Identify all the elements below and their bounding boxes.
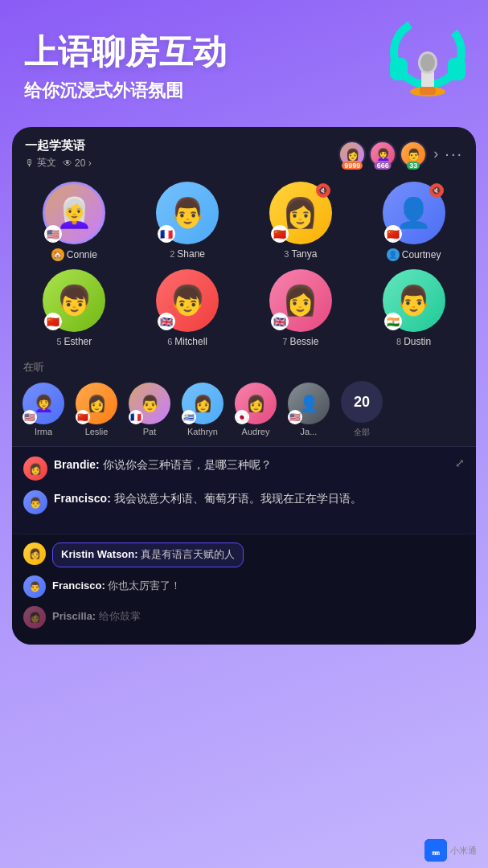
room-info: 一起学英语 🎙 英文 👁 20 › xyxy=(25,138,338,170)
kristin-avatar: 👩 xyxy=(23,542,46,565)
expand-avatars-button[interactable]: › xyxy=(433,145,438,162)
header-area: 上语聊房互动 给你沉浸式外语氛围 xyxy=(0,0,488,119)
flag-uy-kathryn: 🇺🇾 xyxy=(182,410,196,424)
svg-text:㎜: ㎜ xyxy=(432,848,440,857)
brandie-text: 你说你会三种语言，是哪三种呢？ xyxy=(103,458,272,471)
header-avatar-2: 👩‍🦱 666 xyxy=(369,141,396,168)
speakers-grid: 👩‍🦳 🇺🇸 🏠 Connie 👨 🇫🇷 2 Shane 👩 xyxy=(12,178,476,355)
main-card: 一起学英语 🎙 英文 👁 20 › 👩 9999 � xyxy=(12,127,476,644)
listener-kathryn[interactable]: 👩 🇺🇾 Kathryn xyxy=(179,383,226,436)
more-listeners[interactable]: 20 全部 xyxy=(338,381,385,438)
francisco-avatar: 👨 xyxy=(23,490,47,514)
listener-irma[interactable]: 👩‍🦱 🇺🇸 Irma xyxy=(20,383,67,436)
lower-msg-priscilla: 👩 Priscilla: 给你鼓掌 xyxy=(23,606,465,628)
room-name: 一起学英语 xyxy=(25,138,338,154)
priscilla-avatar: 👩 xyxy=(23,606,46,628)
illustration xyxy=(375,8,480,113)
francisco2-msg: Francisco: 你也太厉害了！ xyxy=(52,575,181,593)
room-viewers[interactable]: 👁 20 › xyxy=(63,158,92,169)
speaker-tanya[interactable]: 👩 🇨🇳 🔇 3 Tanya xyxy=(248,182,354,261)
speaker-courtney[interactable]: 👤 🇨🇳 🔇 👤 Courtney xyxy=(361,182,466,261)
flag-us-irma: 🇺🇸 xyxy=(23,410,37,424)
listener-ja[interactable]: 👤 🇺🇸 Ja... xyxy=(285,383,332,436)
person-icon: 👤 xyxy=(387,248,400,261)
room-language: 🎙 英文 xyxy=(25,156,56,170)
brand-name: 小米通 xyxy=(450,845,477,857)
speaker-shane[interactable]: 👨 🇫🇷 2 Shane xyxy=(135,182,240,261)
speaker-dustin[interactable]: 👨 🇮🇳 8 Dustin xyxy=(361,269,466,347)
svg-rect-1 xyxy=(390,58,408,80)
more-options-button[interactable]: ··· xyxy=(445,145,463,163)
chat-msg-francisco: 👨 Francisco: 我会说意大利语、葡萄牙语。我现在正在学日语。 xyxy=(23,490,465,514)
room-meta: 🎙 英文 👁 20 › xyxy=(25,156,338,170)
kristin-msg: Kristin Watson: 真是有语言天赋的人 xyxy=(52,542,244,567)
listener-pat[interactable]: 👨 🇫🇷 Pat xyxy=(126,383,173,436)
speaker-connie[interactable]: 👩‍🦳 🇺🇸 🏠 Connie xyxy=(22,182,127,261)
flag-jp-audrey: 🇯🇵 xyxy=(235,410,249,424)
listeners-row: 👩‍🦱 🇺🇸 Irma 👩 🇨🇳 Leslie 👨 🇫🇷 Pat 👩 🇺🇾 xyxy=(12,378,476,446)
header-avatar-1: 👩 9999 xyxy=(338,141,366,168)
speaker-esther[interactable]: 👦 🇨🇳 5 Esther xyxy=(22,269,127,347)
header-avatar-3: 👨 33 xyxy=(400,141,427,168)
lower-msg-kristin: 👩 Kristin Watson: 真是有语言天赋的人 xyxy=(23,542,465,567)
flag-fr-pat: 🇫🇷 xyxy=(129,410,143,424)
flag-in: 🇮🇳 xyxy=(384,313,402,330)
svg-rect-7 xyxy=(420,87,436,95)
lower-msg-francisco2: 👨 Francisco: 你也太厉害了！ xyxy=(23,575,465,598)
room-header: 一起学英语 🎙 英文 👁 20 › 👩 9999 � xyxy=(12,127,476,178)
muted-icon-2: 🔇 xyxy=(429,183,444,198)
host-icon: 🏠 xyxy=(51,248,64,261)
francisco-sender: Francisco: xyxy=(54,492,114,505)
brand-logo: ㎜ xyxy=(424,839,447,862)
room-actions: 👩 9999 👩‍🦱 666 👨 33 › ··· xyxy=(338,141,463,168)
speaker-mitchell[interactable]: 👦 🇬🇧 6 Mitchell xyxy=(135,269,240,347)
chat-msg-brandie: 👩 Brandie: 你说你会三种语言，是哪三种呢？ xyxy=(23,457,465,481)
expand-chat-button[interactable]: ⤢ xyxy=(455,457,465,469)
listeners-label: 在听 xyxy=(12,355,476,378)
brand-footer: ㎜ 小米通 xyxy=(424,839,477,862)
francisco-text: 我会说意大利语、葡萄牙语。我现在正在学日语。 xyxy=(114,492,362,505)
speaker-bessie[interactable]: 👩 🇬🇧 7 Bessie xyxy=(248,269,354,347)
listener-leslie[interactable]: 👩 🇨🇳 Leslie xyxy=(73,383,120,436)
flag-cn-leslie: 🇨🇳 xyxy=(76,410,90,424)
priscilla-msg: Priscilla: 给你鼓掌 xyxy=(52,606,141,624)
flag-cn2: 🇨🇳 xyxy=(384,225,402,243)
lower-chat: 👩 Kristin Watson: 真是有语言天赋的人 👨 Francisco:… xyxy=(12,534,476,644)
svg-point-5 xyxy=(420,54,435,72)
chat-section: ⤢ 👩 Brandie: 你说你会三种语言，是哪三种呢？ 👨 Francisco… xyxy=(12,446,476,534)
svg-rect-2 xyxy=(448,58,465,80)
muted-icon: 🔇 xyxy=(316,183,330,198)
mic-icon: 🎙 xyxy=(25,158,35,169)
eye-icon: 👁 xyxy=(63,158,72,169)
brandie-sender: Brandie: xyxy=(54,458,103,471)
brandie-avatar: 👩 xyxy=(23,457,47,481)
francisco2-avatar: 👨 xyxy=(23,575,46,598)
listener-audrey[interactable]: 👩 🇯🇵 Audrey xyxy=(232,383,279,436)
avatar-stack: 👩 9999 👩‍🦱 666 👨 33 xyxy=(338,141,427,168)
flag-us-ja: 🇺🇸 xyxy=(288,410,302,424)
